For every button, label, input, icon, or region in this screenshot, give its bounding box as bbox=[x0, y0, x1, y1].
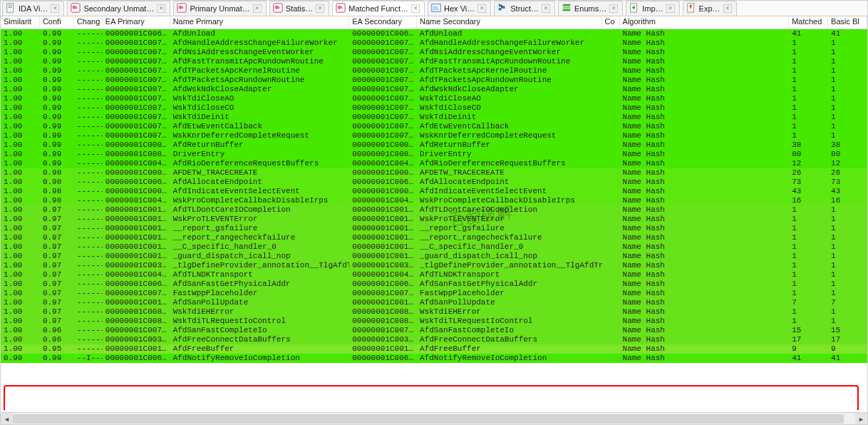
column-header-7[interactable]: Co bbox=[602, 16, 620, 29]
cell: 0.97 bbox=[40, 270, 74, 280]
column-header-9[interactable]: Matched bbox=[789, 16, 828, 29]
table-row[interactable]: 1.000.99-------00000001C007…WskTdiDeinit… bbox=[1, 113, 867, 122]
scroll-right-button[interactable]: ► bbox=[855, 413, 867, 425]
table-row[interactable]: 1.000.95-------00000001C001…AfdFreeBuffe… bbox=[1, 344, 867, 354]
tab-close-icon[interactable]: × bbox=[253, 4, 262, 13]
table-row[interactable]: 1.000.97-------00000001C001…WskProTLEVEN… bbox=[1, 215, 867, 224]
table-row[interactable]: 1.000.96-------00000001C007…AfdSanFastCo… bbox=[1, 326, 867, 335]
cell: 00000001C008… bbox=[103, 307, 170, 317]
table-row[interactable]: 1.000.99-------00000001C007…AfdEtwEventC… bbox=[1, 122, 867, 131]
table-row[interactable]: 1.000.99-------00000001C007…WskTdiCloseA… bbox=[1, 94, 867, 103]
table-row[interactable]: 1.000.98-------00000001C000…AFDETW_TRACE… bbox=[1, 168, 867, 178]
table-row[interactable]: 1.000.97-------00000001C001…__report_gsf… bbox=[1, 224, 867, 233]
cell: AfdFreeConnectDataBuffers bbox=[417, 335, 602, 344]
table-row[interactable]: 1.000.99-------00000001C007…WskTdiCloseC… bbox=[1, 103, 867, 113]
tab-close-icon[interactable]: × bbox=[723, 4, 732, 13]
column-header-6[interactable]: Name Secondary bbox=[417, 16, 602, 29]
table-row[interactable]: 1.000.97-------00000001C008…WskTdiTLRequ… bbox=[1, 317, 867, 326]
table-row[interactable]: 1.000.98-------00000001C000…AfdIndicateE… bbox=[1, 187, 867, 196]
tab-close-icon[interactable]: × bbox=[316, 4, 324, 13]
table-row[interactable]: 1.000.97-------00000001C001…__report_ran… bbox=[1, 233, 867, 242]
tab-icon-bd bbox=[177, 3, 187, 14]
cell: 00000001C007… bbox=[349, 113, 417, 122]
cell: 0.99 bbox=[40, 354, 74, 363]
table-row[interactable]: 1.000.99-------00000001C007…AfdHandleAdd… bbox=[1, 39, 867, 48]
table-row[interactable]: 1.000.97-------00000001C006…AfdSanFastGe… bbox=[1, 280, 867, 289]
table-row[interactable]: 1.000.99-------00000001C007…AfdNsiAddres… bbox=[1, 48, 867, 57]
tab-close-icon[interactable]: × bbox=[666, 4, 675, 13]
table-row[interactable]: 1.000.99-------00000001C007…AfdFastTrans… bbox=[1, 57, 867, 66]
cell: Name Hash bbox=[620, 270, 790, 280]
cell: AfdTPacketsApcRundownRoutine bbox=[417, 76, 602, 85]
cell: 0.97 bbox=[40, 233, 74, 242]
column-header-10[interactable]: Basic Bl bbox=[828, 16, 867, 29]
horizontal-scrollbar[interactable]: ◄ ► bbox=[1, 412, 867, 424]
tab-4[interactable]: Matched Funct…× bbox=[332, 1, 425, 16]
table-row[interactable]: 1.000.99-------00000001C004…AfdRioDerefe… bbox=[1, 159, 867, 168]
cell: 1 bbox=[828, 131, 867, 140]
tab-3[interactable]: Statis…× bbox=[269, 1, 330, 16]
tab-6[interactable]: Struct…× bbox=[494, 1, 555, 16]
table-row[interactable]: 1.000.99-------00000001C007…WskKnrDeferr… bbox=[1, 131, 867, 140]
column-header-2[interactable]: Chang bbox=[74, 16, 103, 29]
table-row[interactable]: 1.000.99-------00000001C007…AfdWskNdkClo… bbox=[1, 85, 867, 94]
cell: 1.00 bbox=[1, 103, 40, 113]
column-header-8[interactable]: Algorithm bbox=[620, 16, 790, 29]
table-row[interactable]: 1.000.97-------00000001C008…WskTdiEHErro… bbox=[1, 307, 867, 317]
tab-5[interactable]: 01Hex Vi…× bbox=[428, 1, 491, 16]
cell: 43 bbox=[789, 187, 828, 196]
cell: 15 bbox=[789, 326, 828, 335]
column-header-5[interactable]: EA Secondary bbox=[349, 16, 417, 29]
cell: 00000001C007… bbox=[103, 103, 170, 113]
column-header-1[interactable]: Confi bbox=[40, 16, 74, 29]
cell: 00000001C001… bbox=[103, 242, 170, 252]
tab-close-icon[interactable]: × bbox=[51, 4, 59, 13]
tab-close-icon[interactable]: × bbox=[542, 4, 550, 13]
tab-1[interactable]: Secondary Unmat…× bbox=[67, 1, 170, 16]
table-row[interactable]: 1.000.97-------00000001C001…AfdTLDontCar… bbox=[1, 205, 867, 215]
cell: 1.00 bbox=[1, 326, 40, 335]
tab-0[interactable]: IDA Vi…× bbox=[2, 1, 64, 16]
cell: 1 bbox=[828, 48, 867, 57]
scroll-thumb[interactable] bbox=[13, 414, 844, 424]
cell: 00000001C008… bbox=[103, 317, 170, 326]
cell bbox=[602, 307, 620, 317]
table-row[interactable]: 1.000.97-------00000001C001…_guard_dispa… bbox=[1, 252, 867, 261]
table-row[interactable]: 1.000.99-------00000001C007…AfdTPacketsA… bbox=[1, 76, 867, 85]
cell: 9 bbox=[828, 344, 867, 354]
column-header-3[interactable]: EA Primary bbox=[103, 16, 170, 29]
tab-close-icon[interactable]: × bbox=[157, 4, 165, 13]
table-row[interactable]: 1.000.97-------00000001C007…FastWppPlace… bbox=[1, 289, 867, 298]
cell: 1.00 bbox=[1, 150, 40, 159]
table-row[interactable]: 1.000.99-------00000001C007…AfdTPacketsA… bbox=[1, 66, 867, 76]
table-row[interactable]: 1.000.97-------00000001C004…AfdTLNDKTran… bbox=[1, 270, 867, 280]
scroll-left-button[interactable]: ◄ bbox=[1, 413, 13, 425]
table-row[interactable]: 1.000.99-------00000001C008…DriverEntry0… bbox=[1, 150, 867, 159]
table-row[interactable]: 1.000.97-------00000001C001…AfdSanPollUp… bbox=[1, 298, 867, 307]
tab-2[interactable]: Primary Unmat…× bbox=[173, 1, 266, 16]
cell: 1 bbox=[828, 103, 867, 113]
tab-9[interactable]: Exp…× bbox=[683, 1, 737, 16]
tab-close-icon[interactable]: × bbox=[411, 4, 420, 13]
cell: 00000001C007… bbox=[349, 76, 417, 85]
cell: AfdSanFastCompleteIo bbox=[170, 326, 350, 335]
cell: 00000001C007… bbox=[349, 66, 417, 76]
cell: 00000001C006… bbox=[349, 354, 417, 363]
tab-close-icon[interactable]: × bbox=[609, 4, 618, 13]
column-header-0[interactable]: Similarit bbox=[1, 16, 40, 29]
tab-8[interactable]: Imp…× bbox=[626, 1, 679, 16]
cell: 1.00 bbox=[1, 280, 40, 289]
table-row[interactable]: 1.000.99-------00000001C000…AfdReturnBuf… bbox=[1, 140, 867, 150]
column-header-4[interactable]: Name Primary bbox=[170, 16, 350, 29]
table-row[interactable]: 1.000.99-------00000001C006…AfdUnload000… bbox=[1, 29, 867, 39]
table-row[interactable]: 0.990.99--I----00000001C006…AfdNotifyRem… bbox=[1, 354, 867, 363]
table-row[interactable]: 1.000.97-------00000001C001…__C_specific… bbox=[1, 242, 867, 252]
tab-7[interactable]: Enums…× bbox=[558, 1, 623, 16]
table-row[interactable]: 1.000.98-------00000001C006…AfdAllocateE… bbox=[1, 178, 867, 187]
table-row[interactable]: 1.000.96-------00000001C003…AfdFreeConne… bbox=[1, 335, 867, 344]
table-row[interactable]: 1.000.98-------00000001C004…WskProComple… bbox=[1, 196, 867, 205]
table-row[interactable]: 1.000.97-------00000001C003…_tlgDefinePr… bbox=[1, 261, 867, 270]
cell: 1 bbox=[828, 280, 867, 289]
cell: ------- bbox=[74, 224, 103, 233]
tab-close-icon[interactable]: × bbox=[477, 4, 486, 13]
